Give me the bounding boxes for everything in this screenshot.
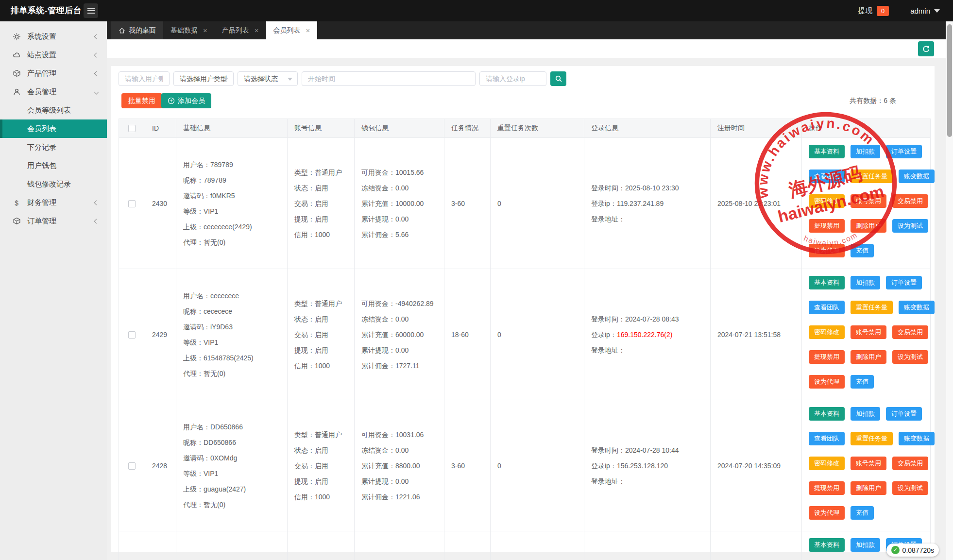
info-line: 可用资金：-4940262.89 — [361, 296, 444, 311]
add-member-button[interactable]: 添加会员 — [161, 93, 211, 108]
action-recharge[interactable]: 充值 — [851, 375, 874, 389]
action-order-settings[interactable]: 订单设置 — [886, 276, 922, 289]
status-select-input[interactable] — [238, 71, 298, 86]
action-delete-user[interactable]: 删除用户 — [851, 219, 886, 233]
action-disable-trade[interactable]: 交易禁用 — [892, 325, 928, 339]
status-select[interactable] — [238, 71, 298, 86]
sidebar-item-member-level-list[interactable]: 会员等级列表 — [0, 101, 107, 119]
refresh-button[interactable] — [918, 41, 934, 56]
sidebar-item-downscore-records[interactable]: 下分记录 — [0, 138, 107, 156]
action-change-password[interactable]: 密码修改 — [809, 457, 845, 470]
login-ip-input[interactable] — [479, 71, 546, 86]
action-change-password[interactable]: 密码修改 — [809, 194, 845, 208]
sidebar-item-finance-management[interactable]: $ 财务管理 — [0, 193, 107, 212]
action-change-password[interactable]: 密码修改 — [809, 325, 845, 339]
search-button[interactable] — [550, 71, 566, 86]
action-disable-withdraw[interactable]: 提现禁用 — [809, 219, 845, 233]
action-disable-account[interactable]: 账号禁用 — [851, 194, 886, 208]
action-disable-account[interactable]: 账号禁用 — [851, 457, 886, 470]
action-disable-withdraw[interactable]: 提现禁用 — [809, 481, 845, 495]
action-reset-task[interactable]: 重置任务量 — [851, 301, 893, 314]
action-view-team[interactable]: 查看团队 — [809, 432, 845, 445]
action-set-test[interactable]: 设为测试 — [892, 350, 928, 364]
scrollbar-track[interactable] — [946, 21, 953, 560]
action-delete-user[interactable]: 删除用户 — [851, 481, 886, 495]
action-disable-withdraw[interactable]: 提现禁用 — [809, 350, 845, 364]
action-adjust-funds[interactable]: 加扣款 — [851, 407, 880, 421]
task-status-cell: 3-60 — [444, 400, 491, 531]
action-adjust-funds[interactable]: 加扣款 — [851, 538, 880, 552]
sidebar-item-wallet-change-records[interactable]: 钱包修改记录 — [0, 175, 107, 193]
info-line: 累计佣金：5.66 — [361, 227, 444, 242]
action-basic-info[interactable]: 基本资料 — [809, 407, 845, 421]
info-line: 类型：普通用户 — [294, 296, 354, 311]
total-count-text: 共有数据：6 条 — [850, 97, 896, 105]
chevron-down-icon — [934, 9, 940, 13]
action-view-team[interactable]: 查看团队 — [809, 170, 845, 183]
select-all-checkbox[interactable] — [128, 125, 136, 132]
topbar-right: 提现 0 admin — [858, 0, 940, 21]
action-reset-task[interactable]: 重置任务量 — [851, 432, 893, 445]
sidebar-item-member-list[interactable]: 会员列表 — [0, 119, 107, 138]
info-line: 代理：暂无(0) — [183, 366, 287, 381]
action-balance-log[interactable]: 账变数据 — [899, 432, 935, 445]
action-adjust-funds[interactable]: 加扣款 — [851, 145, 880, 158]
member-id: 2430 — [145, 138, 176, 269]
action-balance-log[interactable]: 账变数据 — [899, 170, 935, 183]
action-order-settings[interactable]: 订单设置 — [886, 407, 922, 421]
action-basic-info[interactable]: 基本资料 — [809, 538, 845, 552]
action-button-row: 设为代理充值 — [809, 244, 930, 257]
action-basic-info[interactable]: 基本资料 — [809, 276, 845, 289]
action-delete-user[interactable]: 删除用户 — [851, 350, 886, 364]
base-info-cell: 用户名：789789昵称：789789邀请码：f0MKR5等级：VIP1上级：c… — [176, 138, 288, 269]
sidebar-item-order-management[interactable]: 订单管理 — [0, 212, 107, 230]
row-checkbox[interactable] — [128, 331, 136, 339]
tab-basic-data[interactable]: 基础数据 × — [163, 21, 215, 39]
action-balance-log[interactable]: 账变数据 — [899, 301, 935, 314]
sidebar-item-user-wallet[interactable]: 用户钱包 — [0, 156, 107, 175]
withdraw-link[interactable]: 提现 — [858, 6, 872, 16]
action-recharge[interactable]: 充值 — [851, 506, 874, 520]
register-time-cell: 2025-08-10 23:23:01 — [711, 138, 802, 269]
action-view-team[interactable]: 查看团队 — [809, 301, 845, 314]
action-set-test[interactable]: 设为测试 — [892, 481, 928, 495]
table-row: 用户名：guagua昵称：guagua 类型：普通用户状态：启用 可用资金：30… — [119, 531, 931, 560]
sidebar-item-member-management[interactable]: 会员管理 — [0, 83, 107, 101]
close-icon[interactable]: × — [306, 26, 310, 34]
action-set-agent[interactable]: 设为代理 — [809, 506, 845, 520]
batch-disable-button[interactable]: 批量禁用 — [121, 93, 162, 108]
sidebar-item-product-management[interactable]: 产品管理 — [0, 64, 107, 83]
close-icon[interactable]: × — [255, 26, 259, 34]
action-recharge[interactable]: 充值 — [851, 244, 874, 257]
cube-icon — [13, 69, 21, 78]
sidebar-toggle-button[interactable] — [84, 3, 98, 18]
action-basic-info[interactable]: 基本资料 — [809, 145, 845, 158]
action-button-row: 查看团队重置任务量账变数据 — [809, 301, 930, 314]
info-line: 等级：VIP1 — [183, 204, 287, 219]
action-disable-trade[interactable]: 交易禁用 — [892, 457, 928, 470]
user-type-select-input[interactable] — [173, 71, 234, 86]
action-set-test[interactable]: 设为测试 — [892, 219, 928, 233]
tab-product-list[interactable]: 产品列表 × — [215, 21, 266, 39]
row-checkbox[interactable] — [128, 200, 136, 207]
scrollbar-thumb[interactable] — [947, 24, 952, 137]
action-button-row: 提现禁用删除用户设为测试 — [809, 350, 930, 364]
action-order-settings[interactable]: 订单设置 — [886, 145, 922, 158]
tab-my-desktop[interactable]: 我的桌面 — [111, 21, 163, 39]
row-checkbox[interactable] — [128, 462, 136, 470]
sidebar-item-site-settings[interactable]: 站点设置 — [0, 46, 107, 64]
user-menu[interactable]: admin — [910, 7, 940, 15]
action-reset-task[interactable]: 重置任务量 — [851, 170, 893, 183]
user-type-select[interactable] — [173, 71, 234, 86]
sidebar-item-system-settings[interactable]: 系统设置 — [0, 27, 107, 46]
tab-member-list[interactable]: 会员列表 × — [266, 21, 318, 39]
action-set-agent[interactable]: 设为代理 — [809, 244, 845, 257]
action-disable-trade[interactable]: 交易禁用 — [892, 194, 928, 208]
action-set-agent[interactable]: 设为代理 — [809, 375, 845, 389]
action-disable-account[interactable]: 账号禁用 — [851, 325, 886, 339]
close-icon[interactable]: × — [203, 26, 207, 34]
account-input[interactable] — [119, 71, 170, 86]
info-line: 可用资金：10031.06 — [361, 427, 444, 442]
start-time-input[interactable] — [302, 71, 476, 86]
action-adjust-funds[interactable]: 加扣款 — [851, 276, 880, 289]
